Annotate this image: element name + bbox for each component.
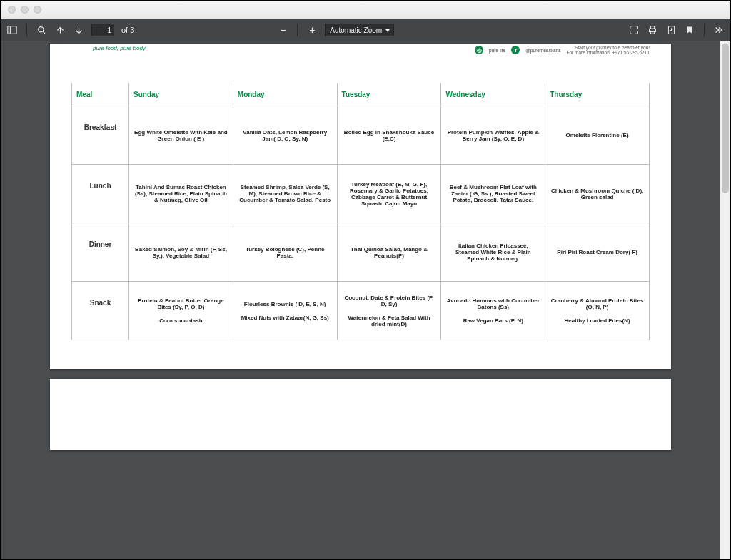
col-sunday: Sunday	[129, 83, 233, 106]
col-tuesday: Tuesday	[337, 83, 441, 106]
meal-cell: Boiled Egg in Shakshouka Sauce (E,C)	[337, 106, 441, 165]
table-row: SnackProtein & Peanut Butter Orange Bite…	[72, 282, 650, 340]
meal-cell: Flourless Brownie ( D, E, S, N)Mixed Nut…	[233, 282, 337, 340]
presentation-mode-icon[interactable]	[628, 24, 640, 36]
contact-line-1: Start your journey to a healthier you!	[566, 45, 650, 50]
page-scroll-area[interactable]: pure food, pure body ◎ pure life f @pure…	[1, 41, 720, 559]
meal-cell: Avocado Hummus with Cucumber Batons (Ss)…	[441, 282, 545, 340]
meal-cell: Tahini And Sumac Roast Chicken (Ss), Ste…	[129, 165, 233, 223]
toolbar-right-group	[628, 24, 725, 36]
page-number-input[interactable]	[91, 24, 114, 36]
meal-cell: Chicken & Mushroom Quiche ( D), Green sa…	[545, 165, 650, 223]
zoom-in-icon[interactable]: +	[306, 24, 318, 36]
toolbar-left-group: of 3 − + Automatic Zoom	[6, 24, 394, 36]
meal-cell: Turkey Meatloaf (E, M, G, F), Rosemary &…	[337, 165, 441, 223]
header-contact: ◎ pure life f @puremealplans Start your …	[475, 45, 650, 55]
next-page-icon[interactable]	[73, 24, 84, 36]
meal-cell: Piri Piri Roast Cream Dory( F)	[545, 223, 650, 282]
svg-rect-5	[650, 26, 654, 29]
meal-cell: Cranberry & Almond Protein Bites (O, N, …	[545, 282, 650, 340]
col-wednesday: Wednesday	[441, 83, 545, 106]
meal-cell: Turkey Bolognese (C), Penne Pasta.	[233, 223, 337, 282]
row-label: Breakfast	[72, 106, 129, 165]
maximize-window-button[interactable]	[34, 6, 41, 14]
instagram-icon: ◎	[475, 46, 483, 54]
page-header: pure food, pure body ◎ pure life f @pure…	[71, 44, 650, 55]
minimize-window-button[interactable]	[21, 6, 29, 14]
bookmark-icon[interactable]	[684, 24, 695, 36]
meal-cell: Protein Pumpkin Waffles, Apple & Berry J…	[441, 106, 545, 165]
meal-cell: Vanilla Oats, Lemon Raspberry Jam( D, O,…	[233, 106, 337, 165]
col-thursday: Thursday	[545, 83, 650, 106]
row-label: Dinner	[72, 223, 129, 282]
sidebar-toggle-icon[interactable]	[6, 24, 18, 36]
zoom-out-icon[interactable]: −	[277, 24, 288, 36]
col-meal: Meal	[72, 83, 129, 106]
separator	[297, 24, 298, 36]
contact-line-2: For more information: +971 56 295 6711	[566, 50, 650, 55]
separator	[704, 24, 705, 36]
meal-cell: Omelette Florentine (E)	[545, 106, 650, 165]
search-icon[interactable]	[36, 24, 47, 36]
tools-menu-icon[interactable]	[713, 24, 725, 36]
separator	[26, 24, 27, 36]
meal-plan-table: Meal Sunday Monday Tuesday Wednesday Thu…	[71, 83, 650, 340]
page-count-label: of 3	[121, 26, 134, 34]
window-titlebar	[1, 1, 730, 19]
meal-cell: Egg White Omelette With Kale and Green O…	[129, 106, 233, 165]
print-icon[interactable]	[647, 24, 658, 36]
svg-rect-0	[8, 26, 16, 34]
table-row: LunchTahini And Sumac Roast Chicken (Ss)…	[72, 165, 650, 223]
pdf-page-2	[50, 379, 671, 450]
pdf-toolbar: of 3 − + Automatic Zoom	[1, 19, 730, 41]
vertical-scrollbar[interactable]	[720, 41, 730, 559]
meal-cell: Thai Quinoa Salad, Mango & Peanuts(P)	[337, 223, 441, 282]
meal-cell: Baked Salmon, Soy & Mirin (F, Ss, Sy,), …	[129, 223, 233, 282]
svg-line-3	[43, 31, 45, 34]
row-label: Lunch	[72, 165, 129, 223]
row-label: Snack	[72, 282, 129, 340]
social-handle-1: pure life	[489, 48, 505, 53]
viewer-content: pure food, pure body ◎ pure life f @pure…	[1, 41, 730, 559]
table-row: DinnerBaked Salmon, Soy & Mirin (F, Ss, …	[72, 223, 650, 282]
svg-point-2	[38, 26, 43, 31]
table-row: BreakfastEgg White Omelette With Kale an…	[72, 106, 650, 165]
scrollbar-thumb[interactable]	[722, 44, 729, 193]
download-icon[interactable]	[665, 24, 677, 36]
meal-cell: Protein & Peanut Butter Orange Bites (Sy…	[129, 282, 233, 340]
col-monday: Monday	[233, 83, 337, 106]
meal-cell: Coconut, Date & Protein Bites (P, D, Sy)…	[337, 282, 441, 340]
close-window-button[interactable]	[8, 6, 16, 14]
meal-cell: Beef & Mushroom Flat Loaf with Zaatar ( …	[441, 165, 545, 223]
table-header-row: Meal Sunday Monday Tuesday Wednesday Thu…	[72, 83, 650, 106]
meal-cell: Italian Chicken Fricassee, Steamed White…	[441, 223, 545, 282]
social-handle-2: @puremealplans	[525, 48, 560, 53]
brand-tagline: pure food, pure body	[71, 45, 146, 51]
pdf-page-1: pure food, pure body ◎ pure life f @pure…	[50, 44, 671, 369]
zoom-select[interactable]: Automatic Zoom	[325, 24, 394, 36]
facebook-icon: f	[511, 46, 520, 54]
pdf-viewer-window: of 3 − + Automatic Zoom	[0, 0, 731, 560]
prev-page-icon[interactable]	[54, 24, 66, 36]
meal-cell: Steamed Shrimp, Salsa Verde (S, M), Stea…	[233, 165, 337, 223]
